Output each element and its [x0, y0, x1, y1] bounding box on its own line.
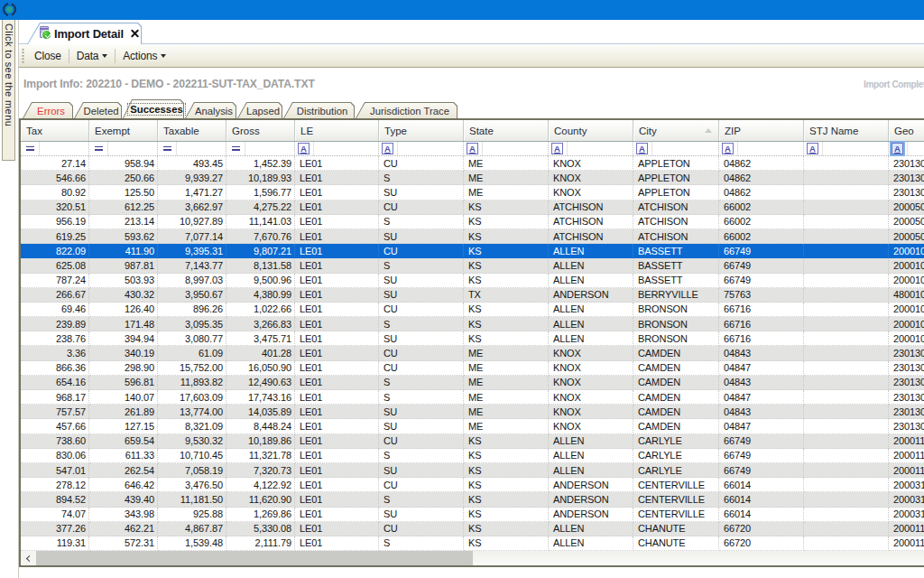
cell-le[interactable]: LE01: [295, 317, 379, 331]
cell-le[interactable]: LE01: [295, 522, 379, 536]
cell-city[interactable]: BASSETT: [633, 258, 719, 273]
cell-type[interactable]: SU: [379, 331, 464, 346]
cell-taxable[interactable]: 3,662.97: [158, 200, 226, 215]
table-row[interactable]: 266.67430.323,950.674,380.99LE01SUTXANDE…: [21, 288, 924, 303]
cell-le[interactable]: LE01: [295, 361, 379, 376]
table-row[interactable]: 968.17140.0717,603.0917,743.16LE01SMEKNO…: [21, 390, 924, 405]
cell-tax[interactable]: 69.46: [21, 303, 89, 317]
cell-gross[interactable]: 5,330.08: [226, 522, 295, 536]
cell-type[interactable]: S: [379, 376, 464, 390]
filter-equals-icon[interactable]: [26, 144, 35, 153]
cell-exempt[interactable]: 430.32: [89, 288, 158, 303]
cell-le[interactable]: LE01: [295, 463, 379, 478]
cell-le[interactable]: LE01: [295, 478, 379, 492]
cell-state[interactable]: KS: [464, 274, 549, 288]
cell-gross[interactable]: 4,122.92: [226, 478, 295, 492]
cell-county[interactable]: ALLEN: [549, 536, 633, 551]
cell-type[interactable]: SU: [379, 274, 464, 288]
cell-stj-name[interactable]: [804, 536, 889, 551]
cell-le[interactable]: LE01: [295, 215, 379, 229]
cell-city[interactable]: APPLETON: [633, 171, 719, 185]
cell-stj-name[interactable]: [804, 185, 889, 200]
cell-taxable[interactable]: 1,539.48: [158, 536, 226, 551]
filter-text-icon[interactable]: A: [636, 143, 648, 154]
cell-county[interactable]: ANDERSON: [549, 288, 633, 303]
cell-gross[interactable]: 7,320.73: [226, 463, 295, 478]
cell-type[interactable]: SU: [379, 288, 464, 303]
table-row[interactable]: 894.52439.4011,181.5011,620.90LE01SKSAND…: [21, 492, 924, 507]
cell-taxable[interactable]: 925.88: [158, 508, 226, 522]
cell-stj-name[interactable]: [804, 419, 889, 434]
cell-gross[interactable]: 401.28: [226, 346, 295, 360]
cell-geo[interactable]: 230130: [889, 171, 924, 185]
cell-zip[interactable]: 66002: [719, 229, 804, 244]
cell-gross[interactable]: 4,380.99: [226, 288, 295, 303]
cell-stj-name[interactable]: [804, 156, 889, 171]
column-header-county[interactable]: County: [549, 120, 633, 141]
cell-le[interactable]: LE01: [295, 508, 379, 522]
column-header-taxable[interactable]: Taxable: [158, 120, 226, 141]
cell-gross[interactable]: 3,266.83: [226, 317, 295, 331]
cell-state[interactable]: KS: [464, 331, 549, 346]
cell-zip[interactable]: 75763: [719, 288, 804, 303]
cell-county[interactable]: ATCHISON: [549, 200, 633, 215]
cell-exempt[interactable]: 646.42: [89, 478, 158, 492]
cell-le[interactable]: LE01: [295, 303, 379, 317]
cell-tax[interactable]: 377.26: [21, 522, 89, 536]
column-header-tax[interactable]: Tax: [21, 120, 89, 141]
cell-city[interactable]: CAMDEN: [633, 361, 719, 376]
cell-city[interactable]: CARLYLE: [633, 449, 719, 463]
cell-type[interactable]: CU: [379, 244, 464, 258]
cell-city[interactable]: BRONSON: [633, 331, 719, 346]
cell-gross[interactable]: 14,035.89: [226, 405, 295, 419]
cell-le[interactable]: LE01: [295, 449, 379, 463]
cell-geo[interactable]: 200010: [889, 303, 924, 317]
cell-state[interactable]: KS: [464, 508, 549, 522]
cell-stj-name[interactable]: [804, 229, 889, 244]
cell-type[interactable]: S: [379, 536, 464, 551]
cell-le[interactable]: LE01: [295, 171, 379, 185]
cell-exempt[interactable]: 503.93: [89, 274, 158, 288]
cell-county[interactable]: ANDERSON: [549, 508, 633, 522]
cell-taxable[interactable]: 11,893.82: [158, 376, 226, 390]
cell-zip[interactable]: 04862: [719, 171, 804, 185]
cell-tax[interactable]: 866.36: [21, 361, 89, 376]
cell-zip[interactable]: 04843: [719, 405, 804, 419]
page-tab-errors[interactable]: Errors: [23, 102, 73, 118]
cell-city[interactable]: APPLETON: [633, 185, 719, 200]
scrollbar-thumb[interactable]: [36, 551, 473, 565]
cell-taxable[interactable]: 3,080.77: [158, 331, 226, 346]
cell-geo[interactable]: 200010: [889, 274, 924, 288]
toolbar-button-actions[interactable]: Actions: [116, 47, 173, 65]
cell-city[interactable]: CAMDEN: [633, 346, 719, 360]
cell-city[interactable]: BERRYVILLE: [633, 288, 719, 303]
filter-input[interactable]: [107, 142, 157, 155]
cell-city[interactable]: BRONSON: [633, 317, 719, 331]
page-tab-successes[interactable]: Successes: [123, 99, 184, 118]
cell-gross[interactable]: 1,022.66: [226, 303, 295, 317]
table-row[interactable]: 239.89171.483,095.353,266.83LE01SKSALLEN…: [21, 317, 924, 331]
cell-le[interactable]: LE01: [295, 346, 379, 360]
scroll-left-button[interactable]: [21, 551, 36, 565]
cell-taxable[interactable]: 17,603.09: [158, 390, 226, 405]
filter-cell-county[interactable]: A: [549, 142, 633, 155]
cell-exempt[interactable]: 140.07: [89, 390, 158, 405]
cell-tax[interactable]: 80.92: [21, 185, 89, 200]
cell-type[interactable]: CU: [379, 522, 464, 536]
cell-exempt[interactable]: 958.94: [89, 156, 158, 171]
cell-city[interactable]: CENTERVILLE: [633, 508, 719, 522]
filter-input[interactable]: [651, 142, 718, 155]
table-row[interactable]: 27.14958.94493.451,452.39LE01CUMEKNOXAPP…: [21, 156, 924, 171]
cell-city[interactable]: CAMDEN: [633, 419, 719, 434]
cell-exempt[interactable]: 439.40: [89, 492, 158, 507]
table-row[interactable]: 119.31572.311,539.482,111.79LE01SKSALLEN…: [21, 536, 924, 551]
cell-taxable[interactable]: 7,077.14: [158, 229, 226, 244]
cell-state[interactable]: ME: [464, 419, 549, 434]
cell-taxable[interactable]: 9,939.27: [158, 171, 226, 185]
cell-gross[interactable]: 1,452.39: [226, 156, 295, 171]
table-row[interactable]: 956.19213.1410,927.8911,141.03LE01SKSATC…: [21, 215, 924, 229]
cell-geo[interactable]: 230130: [889, 156, 924, 171]
cell-tax[interactable]: 738.60: [21, 434, 89, 449]
filter-equals-icon[interactable]: [163, 144, 172, 153]
cell-gross[interactable]: 10,189.86: [226, 434, 295, 449]
